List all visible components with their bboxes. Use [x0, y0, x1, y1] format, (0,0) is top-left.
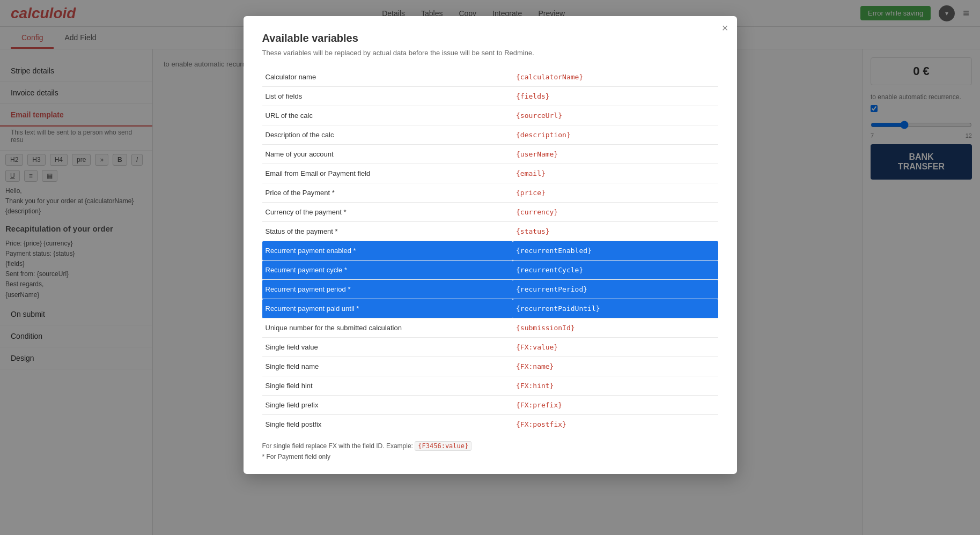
footer-code: {F3456:value} [415, 441, 471, 451]
variable-value: {FX:hint} [513, 376, 718, 396]
variable-value: {recurrentPaidUntil} [513, 299, 718, 318]
variable-row: Description of the calc{description} [262, 125, 718, 145]
variable-label: Single field hint [262, 376, 513, 396]
variable-value: {submissionId} [513, 318, 718, 338]
variable-value: {email} [513, 164, 718, 183]
variable-label: Recurrent payment cycle * [262, 261, 513, 280]
variable-value: {FX:name} [513, 357, 718, 376]
variable-row: List of fields{fields} [262, 87, 718, 106]
variable-label: Recurrent payment period * [262, 280, 513, 299]
variable-row: Recurrent payment period *{recurrentPeri… [262, 280, 718, 299]
variable-label: Single field name [262, 357, 513, 376]
variable-value: {fields} [513, 87, 718, 106]
variable-row: Status of the payment *{status} [262, 222, 718, 241]
variable-row: Recurrent payment enabled *{recurrentEna… [262, 241, 718, 261]
variable-label: Single field value [262, 338, 513, 357]
variable-row: Price of the Payment *{price} [262, 183, 718, 203]
variable-label: Recurrent payment paid until * [262, 299, 513, 318]
variable-label: Calculator name [262, 68, 513, 87]
variable-label: Currency of the payment * [262, 203, 513, 222]
variable-row: Single field postfix{FX:postfix} [262, 415, 718, 434]
variable-value: {description} [513, 125, 718, 145]
variable-value: {FX:postfix} [513, 415, 718, 434]
variable-value: {price} [513, 183, 718, 203]
variable-label: Description of the calc [262, 125, 513, 145]
variable-value: {FX:value} [513, 338, 718, 357]
modal: × Available variables These variables wi… [244, 16, 737, 474]
modal-footer-note: For single field replace FX with the fie… [262, 442, 718, 450]
variable-label: Recurrent payment enabled * [262, 241, 513, 261]
variable-row: URL of the calc{sourceUrl} [262, 106, 718, 125]
variable-label: List of fields [262, 87, 513, 106]
variable-value: {calculatorName} [513, 68, 718, 87]
variable-row: Recurrent payment paid until *{recurrent… [262, 299, 718, 318]
variable-row: Currency of the payment *{currency} [262, 203, 718, 222]
variable-row: Recurrent payment cycle *{recurrentCycle… [262, 261, 718, 280]
modal-subtitle: These variables will be replaced by actu… [262, 49, 718, 57]
variable-value: {sourceUrl} [513, 106, 718, 125]
variables-table: Calculator name{calculatorName}List of f… [262, 68, 718, 434]
modal-title: Available variables [262, 32, 718, 44]
variable-value: {status} [513, 222, 718, 241]
app-shell: calculoid Details Tables Copy Integrate … [0, 0, 980, 535]
modal-overlay[interactable]: × Available variables These variables wi… [0, 0, 980, 535]
variable-label: URL of the calc [262, 106, 513, 125]
variable-label: Single field prefix [262, 396, 513, 415]
variable-row: Single field name{FX:name} [262, 357, 718, 376]
variable-row: Single field prefix{FX:prefix} [262, 396, 718, 415]
variable-value: {FX:prefix} [513, 396, 718, 415]
variable-row: Unique number for the submitted calculat… [262, 318, 718, 338]
modal-footer-asterisk: * For Payment field only [262, 453, 718, 460]
variable-label: Status of the payment * [262, 222, 513, 241]
variable-label: Name of your account [262, 145, 513, 164]
variable-row: Calculator name{calculatorName} [262, 68, 718, 87]
variable-value: {recurrentPeriod} [513, 280, 718, 299]
variable-value: {recurrentCycle} [513, 261, 718, 280]
variable-row: Single field value{FX:value} [262, 338, 718, 357]
variable-label: Unique number for the submitted calculat… [262, 318, 513, 338]
variable-value: {userName} [513, 145, 718, 164]
variable-row: Email from Email or Payment field{email} [262, 164, 718, 183]
variable-label: Email from Email or Payment field [262, 164, 513, 183]
modal-close-button[interactable]: × [722, 23, 728, 33]
variable-label: Price of the Payment * [262, 183, 513, 203]
variable-row: Name of your account{userName} [262, 145, 718, 164]
variable-row: Single field hint{FX:hint} [262, 376, 718, 396]
variable-label: Single field postfix [262, 415, 513, 434]
variable-value: {recurrentEnabled} [513, 241, 718, 261]
variable-value: {currency} [513, 203, 718, 222]
